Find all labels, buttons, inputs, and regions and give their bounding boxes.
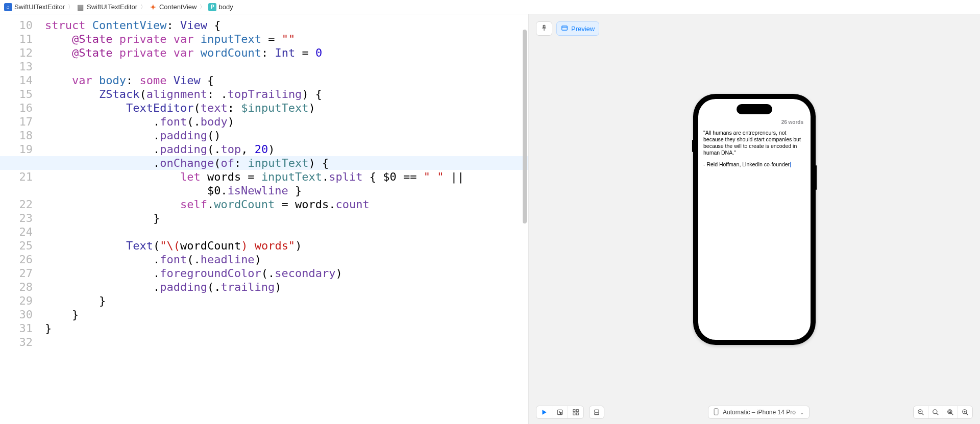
quote-text: "All humans are entrepreneurs, not becau…	[703, 130, 805, 157]
chevron-right-icon: 〉	[140, 3, 146, 11]
chevron-down-icon: ⌄	[800, 410, 804, 415]
svg-marker-5	[559, 412, 562, 414]
svg-line-19	[951, 413, 953, 415]
scrollbar[interactable]	[521, 14, 528, 424]
svg-line-17	[937, 413, 939, 415]
zoom-out-button[interactable]	[914, 406, 928, 418]
svg-rect-12	[714, 408, 718, 414]
device-settings-button[interactable]	[589, 406, 604, 419]
breadcrumb-label: ContentView	[159, 3, 197, 11]
svg-line-22	[966, 413, 968, 415]
text-cursor	[790, 162, 791, 167]
code-editor[interactable]: 1011121314151617181920212223242526272829…	[0, 14, 528, 424]
svg-line-14	[922, 413, 924, 415]
window-icon	[561, 24, 568, 33]
property-icon: P	[208, 3, 216, 11]
preview-canvas[interactable]: 26 words "All humans are entrepreneurs, …	[529, 14, 980, 424]
svg-marker-3	[543, 410, 547, 414]
device-frame-iphone: 26 words "All humans are entrepreneurs, …	[693, 94, 816, 345]
dynamic-island	[737, 104, 772, 114]
variants-button[interactable]	[568, 406, 583, 418]
chevron-right-icon: 〉	[68, 3, 74, 11]
pin-button[interactable]	[536, 21, 552, 36]
svg-rect-6	[573, 410, 575, 412]
breadcrumb: ⌂ SwiftUITextEditor 〉 ▤ SwiftUITextEdito…	[0, 0, 980, 14]
preview-pane: Preview 26 words "All humans are entrepr…	[528, 14, 980, 424]
line-gutter: 1011121314151617181920212223242526272829…	[0, 14, 40, 424]
breadcrumb-item-file[interactable]: ✦ ContentView	[149, 3, 197, 11]
pin-icon	[541, 24, 548, 33]
folder-icon: ▤	[77, 3, 85, 11]
word-count-label: 26 words	[781, 119, 803, 125]
device-screen: 26 words "All humans are entrepreneurs, …	[698, 99, 811, 340]
live-play-button[interactable]	[536, 406, 552, 418]
svg-point-18	[948, 410, 952, 414]
svg-rect-11	[595, 413, 599, 415]
swift-icon: ✦	[149, 3, 157, 11]
code-area[interactable]: struct ContentView: View { @State privat…	[40, 14, 528, 424]
zoom-group	[913, 406, 973, 419]
breadcrumb-item-project[interactable]: ⌂ SwiftUITextEditor	[4, 3, 65, 11]
preview-button[interactable]: Preview	[556, 21, 599, 36]
zoom-fit-button[interactable]	[943, 406, 958, 418]
svg-rect-10	[595, 410, 599, 412]
preview-label: Preview	[571, 25, 595, 33]
svg-rect-20	[949, 411, 951, 413]
device-picker-label: Automatic – iPhone 14 Pro	[723, 409, 796, 416]
svg-rect-1	[562, 26, 568, 30]
svg-rect-8	[573, 413, 575, 415]
breadcrumb-item-folder[interactable]: ▤ SwiftUITextEditor	[77, 3, 137, 11]
zoom-actual-button[interactable]	[928, 406, 943, 418]
chevron-right-icon: 〉	[200, 3, 205, 11]
svg-rect-7	[576, 410, 578, 412]
selectable-mode-button[interactable]	[552, 406, 568, 418]
project-icon: ⌂	[4, 3, 12, 11]
preview-bottom-toolbar: Automatic – iPhone 14 Pro ⌄	[529, 406, 980, 419]
attribution-text: - Reid Hoffman, LinkedIn co-founder	[703, 161, 790, 167]
svg-point-16	[933, 410, 937, 414]
live-mode-group	[536, 406, 584, 419]
scrollbar-thumb[interactable]	[523, 30, 527, 223]
breadcrumb-label: SwiftUITextEditor	[87, 3, 137, 11]
svg-rect-9	[576, 413, 578, 415]
breadcrumb-item-symbol[interactable]: P body	[208, 3, 233, 11]
breadcrumb-label: SwiftUITextEditor	[14, 3, 65, 11]
text-editor-content: "All humans are entrepreneurs, not becau…	[703, 130, 805, 168]
zoom-in-button[interactable]	[958, 406, 972, 418]
breadcrumb-label: body	[218, 3, 233, 11]
device-picker[interactable]: Automatic – iPhone 14 Pro ⌄	[708, 406, 810, 419]
phone-icon	[714, 408, 719, 417]
